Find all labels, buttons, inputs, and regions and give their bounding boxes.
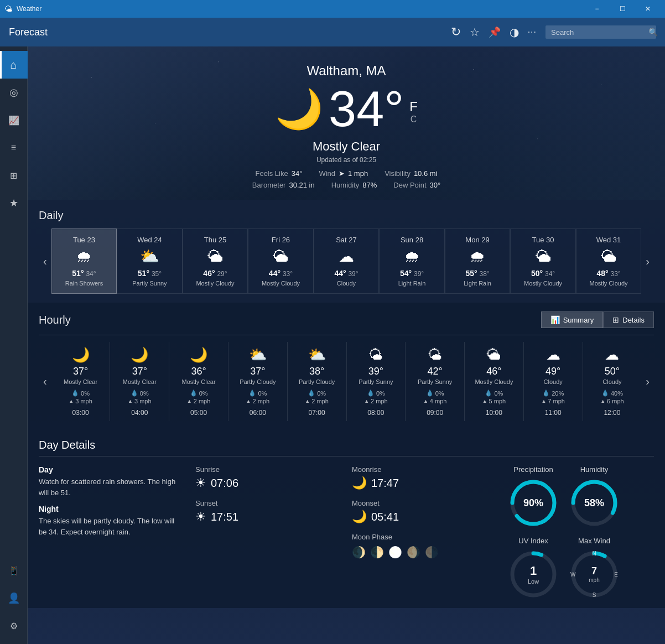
hourly-weather-icon: ⛅ (231, 346, 285, 363)
hourly-precip: 💧 0% (290, 389, 344, 397)
sidebar-item-radar[interactable]: ◎ (0, 79, 28, 106)
hourly-condition: Mostly Cloudy (467, 378, 521, 385)
precipitation-label: Precipitation (508, 465, 558, 474)
daily-next-button[interactable]: › (641, 255, 654, 268)
moon-col: Moonrise 🌙 17:47 Moonset 🌙 05:41 (352, 465, 497, 599)
daily-section: Daily ‹ Tue 23 🌧 51° 34° Rain Showers We… (28, 200, 665, 303)
refresh-button[interactable]: ↻ (451, 25, 461, 39)
sidebar-item-list[interactable]: ≡ (0, 134, 28, 162)
hourly-item[interactable]: 🌤 42° Partly Sunny 💧 0% ▲ 4 mph 09:00 (405, 342, 464, 421)
wind-arrow-icon: ▲ (600, 398, 605, 404)
hourly-wind: ▲ 4 mph (408, 398, 462, 404)
app-icon: 🌤 (4, 4, 12, 13)
precip-value: 0% (258, 390, 267, 397)
more-button[interactable]: ··· (528, 27, 537, 37)
moon-phase-2: 🌓 (370, 546, 384, 559)
hourly-weather-icon: ⛅ (290, 346, 344, 363)
humidity-value-hero: 87% (362, 181, 377, 189)
hourly-next-button[interactable]: › (641, 375, 654, 388)
hourly-item[interactable]: 🌥 46° Mostly Cloudy 💧 0% ▲ 5 mph 10:00 (464, 342, 523, 421)
hourly-wind: ▲ 3 mph (54, 398, 108, 404)
search-input[interactable] (551, 28, 644, 37)
hourly-prev-button[interactable]: ‹ (39, 375, 51, 388)
hourly-temp: 37° (112, 366, 167, 377)
hourly-wind: ▲ 2 mph (349, 398, 403, 404)
compass-e: E (614, 572, 618, 578)
compass-s: S (593, 592, 596, 598)
daily-item[interactable]: Mon 29 🌧 55° 38° Light Rain (445, 228, 511, 294)
pin-button[interactable]: 📌 (489, 26, 501, 38)
daily-weather-icon: ⛅ (122, 247, 178, 266)
hourly-item[interactable]: 🌙 36° Mostly Clear 💧 0% ▲ 2 mph 05:00 (169, 342, 228, 421)
summary-button[interactable]: 📊 Summary (541, 311, 604, 328)
hourly-time: 05:00 (172, 409, 226, 417)
minimize-button[interactable]: − (584, 0, 610, 18)
precip-value: 0% (435, 390, 444, 397)
main-content: Waltham, MA 🌙 34° F C Mostly Clear Updat… (28, 46, 665, 644)
hourly-item[interactable]: 🌙 37° Mostly Clear 💧 0% ▲ 3 mph 03:00 (51, 342, 110, 421)
hourly-item[interactable]: 🌙 37° Mostly Clear 💧 0% ▲ 3 mph 04:00 (110, 342, 169, 421)
daily-high: 44° (269, 269, 280, 278)
sidebar-item-table[interactable]: ⊞ (0, 162, 28, 189)
theme-button[interactable]: ◑ (510, 25, 519, 39)
sidebar-item-favorites[interactable]: ★ (0, 189, 28, 217)
hourly-item[interactable]: ☁ 50° Cloudy 💧 40% ▲ 6 mph 12:00 (583, 342, 642, 421)
hourly-temp: 50° (585, 366, 640, 377)
daily-day: Tue 23 (56, 236, 112, 244)
day-label: Day (39, 465, 184, 474)
unit-f[interactable]: F (409, 99, 418, 115)
close-button[interactable]: ✕ (635, 0, 661, 18)
humidity-value-detail: 58% (584, 497, 604, 509)
search-box[interactable]: 🔍 (545, 25, 656, 39)
stat-wind: Wind ➤ 1 mph (319, 169, 368, 178)
sunrise-value: ☀ 07:06 (195, 476, 341, 490)
details-button[interactable]: ⊞ Details (603, 311, 654, 328)
precip-icon: 💧 (601, 389, 609, 397)
barometer-label: Barometer (252, 181, 286, 189)
daily-item[interactable]: Tue 23 🌧 51° 34° Rain Showers (51, 228, 117, 294)
sidebar-item-phone[interactable]: 📱 (0, 557, 28, 584)
hero-temp-row: 🌙 34° F C (39, 84, 654, 134)
daily-condition: Cloudy (319, 280, 375, 287)
favorite-button[interactable]: ☆ (470, 25, 480, 39)
hourly-toggle: 📊 Summary ⊞ Details (541, 311, 654, 328)
daily-item[interactable]: Fri 26 🌥 44° 33° Mostly Cloudy (248, 228, 314, 294)
daily-prev-button[interactable]: ‹ (39, 255, 51, 268)
daily-item[interactable]: Sun 28 🌧 54° 39° Light Rain (379, 228, 445, 294)
sunset-icon: ☀ (195, 510, 206, 524)
hourly-item[interactable]: ⛅ 38° Partly Cloudy 💧 0% ▲ 2 mph 07:00 (287, 342, 346, 421)
sidebar-item-chart[interactable]: 📈 (0, 106, 28, 134)
daily-condition: Mostly Cloudy (515, 280, 571, 287)
compass-n: N (592, 550, 596, 557)
sunrise-label: Sunrise (195, 465, 341, 474)
feels-like-label: Feels Like (255, 169, 288, 178)
daily-item[interactable]: Wed 24 ⛅ 51° 35° Partly Sunny (117, 228, 183, 294)
sidebar-item-settings[interactable]: ⚙ (0, 612, 28, 640)
hourly-weather-icon: 🌙 (172, 346, 226, 363)
wind-speed: 2 mph (371, 398, 388, 404)
maximize-button[interactable]: ☐ (610, 0, 635, 18)
unit-c[interactable]: C (409, 115, 418, 124)
daily-low: 35° (152, 270, 162, 278)
hourly-item[interactable]: ☁ 49° Cloudy 💧 20% ▲ 7 mph 11:00 (523, 342, 583, 421)
hourly-wind: ▲ 7 mph (526, 398, 580, 404)
sunset-section: Sunset ☀ 17:51 (195, 499, 341, 524)
sidebar-item-user[interactable]: 👤 (0, 584, 28, 612)
hourly-condition: Mostly Clear (54, 378, 108, 385)
daily-scroll: Tue 23 🌧 51° 34° Rain Showers Wed 24 ⛅ 5… (51, 228, 642, 294)
daily-item[interactable]: Sat 27 ☁ 44° 39° Cloudy (314, 228, 380, 294)
sun-col: Sunrise ☀ 07:06 Sunset ☀ 17:51 (195, 465, 341, 599)
barometer-value: 30.21 in (289, 181, 314, 189)
precip-icon: 💧 (308, 389, 315, 397)
day-text: Watch for scattered rain showers. The hi… (39, 476, 184, 498)
hourly-item[interactable]: ⛅ 37° Partly Cloudy 💧 0% ▲ 2 mph 06:00 (228, 342, 287, 421)
daily-item[interactable]: Tue 30 🌥 50° 34° Mostly Cloudy (510, 228, 576, 294)
sidebar-item-home[interactable]: ⌂ (0, 51, 28, 79)
daily-high: 51° (138, 269, 149, 278)
daily-item[interactable]: Wed 31 🌥 48° 33° Mostly Cloudy (576, 228, 642, 294)
hourly-item[interactable]: 🌤 39° Partly Sunny 💧 0% ▲ 2 mph 08:00 (346, 342, 406, 421)
daily-item[interactable]: Thu 25 🌥 46° 29° Mostly Cloudy (183, 228, 248, 294)
moon-phase-5: 🌗 (425, 546, 439, 559)
titlebar: 🌤 Weather − ☐ ✕ (0, 0, 665, 18)
daily-high: 51° (72, 269, 84, 278)
